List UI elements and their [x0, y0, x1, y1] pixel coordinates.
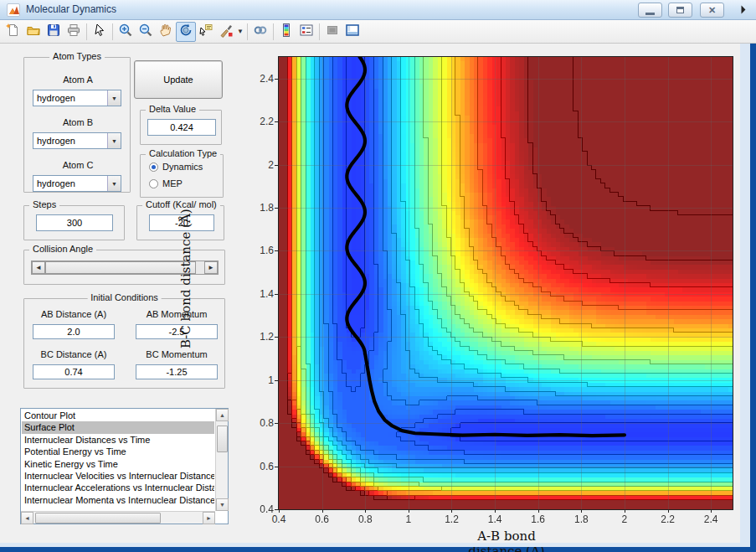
listbox-vscrollbar[interactable]: ▲ ▼ [215, 409, 228, 511]
plot-type-item[interactable]: Kinetic Energy vs Time [22, 458, 214, 470]
window-title: Molecular Dynamics [26, 3, 116, 15]
collision-angle-title: Collision Angle [29, 244, 96, 254]
dynamics-radio[interactable]: Dynamics [149, 162, 203, 172]
close-button[interactable]: ✕ [700, 3, 724, 18]
show-plot-tools-button[interactable] [342, 22, 363, 42]
scroll-left-icon[interactable]: ◄ [21, 512, 33, 524]
plot-type-item[interactable]: Internuclear Distances vs Time [22, 434, 214, 446]
plot-type-item[interactable]: Potential Energy vs Time [22, 446, 214, 457]
app-window: Molecular Dynamics ✕ ▼ Atom Types Atom A… [0, 0, 756, 552]
ab-distance-field[interactable]: 2.0 [33, 324, 115, 339]
x-tick-mark [581, 509, 582, 513]
x-tick-label: 1 [394, 513, 423, 525]
plot-type-item[interactable]: Contour Plot [22, 410, 214, 421]
window-border-right [740, 44, 750, 547]
y-tick-label: 1.8 [250, 202, 274, 214]
x-tick-label: 1.4 [481, 513, 509, 525]
plot-type-item[interactable]: Surface Plot [22, 421, 214, 433]
x-tick-mark [409, 509, 409, 513]
atom-a-label: Atom A [24, 75, 131, 85]
slider-right-arrow-icon[interactable]: ► [204, 261, 218, 274]
ab-momentum-label: AB Momentum [134, 309, 219, 319]
data-cursor-button[interactable] [196, 22, 216, 42]
plot-type-item[interactable]: Internuclear Accelerations vs Internucle… [22, 482, 214, 493]
scroll-up-icon[interactable]: ▲ [216, 409, 229, 421]
pan-hand-button[interactable] [156, 22, 176, 42]
hide-plot-tools-button [322, 22, 342, 42]
mep-radio[interactable]: MEP [149, 178, 183, 188]
y-tick-mark [275, 79, 278, 80]
x-tick-label: 0.4 [265, 513, 293, 525]
atom-b-label: Atom B [24, 117, 131, 127]
mep-radio-label: MEP [162, 178, 183, 188]
cutoff-title: Cutoff (Kcal/ mol) [142, 199, 220, 209]
bc-distance-field[interactable]: 0.74 [33, 364, 115, 379]
atom-c-label: Atom C [24, 160, 131, 170]
x-tick-mark [365, 509, 366, 513]
brush-button[interactable] [216, 22, 236, 42]
restore-button[interactable] [668, 3, 692, 18]
scroll-right-icon[interactable]: ► [203, 512, 215, 524]
x-tick-label: 2.2 [654, 513, 682, 525]
x-tick-mark [279, 509, 280, 513]
link-plot-button[interactable] [250, 22, 270, 42]
vscroll-thumb[interactable] [217, 426, 228, 452]
atom-b-dropdown[interactable]: hydrogen ▼ [33, 132, 121, 149]
open-folder-icon [26, 23, 41, 41]
open-folder-button[interactable] [23, 22, 44, 42]
rotate-3d-button[interactable] [176, 22, 196, 42]
figure-client-area: Atom Types Atom A hydrogen ▼ Atom B hydr… [0, 44, 740, 544]
bc-momentum-field[interactable]: -1.25 [136, 364, 218, 379]
radio-unselected-icon [149, 179, 158, 188]
hscroll-thumb[interactable] [35, 513, 161, 524]
x-tick-label: 1.8 [567, 513, 595, 525]
y-tick-label: 1.6 [250, 245, 274, 256]
save-button[interactable] [44, 22, 64, 42]
x-tick-mark [495, 509, 496, 513]
new-file-button[interactable] [3, 22, 23, 42]
slider-left-arrow-icon[interactable]: ◄ [32, 261, 45, 274]
brush-dropdown-caret-icon[interactable]: ▼ [236, 22, 244, 42]
delta-value-field[interactable]: 0.424 [147, 119, 216, 136]
ab-momentum-field[interactable]: -2.5 [136, 324, 218, 339]
listbox-hscrollbar[interactable]: ◄ ► [21, 511, 215, 524]
zoom-out-icon [138, 23, 153, 41]
insert-colorbar-button[interactable] [276, 22, 296, 42]
plot-type-item[interactable]: Internuclear Velocities vs Internuclear … [22, 470, 214, 482]
bc-distance-label: BC Distance (A) [31, 349, 116, 359]
zoom-out-button[interactable] [136, 22, 156, 42]
slider-thumb[interactable] [45, 261, 196, 274]
y-tick-mark [275, 208, 278, 209]
atom-b-value: hydrogen [33, 136, 107, 146]
zoom-in-button[interactable] [116, 22, 136, 42]
insert-legend-button[interactable] [296, 22, 316, 42]
scroll-down-icon[interactable]: ▼ [216, 498, 229, 511]
atom-a-dropdown[interactable]: hydrogen ▼ [33, 90, 121, 106]
edit-arrow-icon [92, 23, 107, 41]
plot-type-item[interactable]: Internuclear Momenta vs Internuclear Dis… [22, 494, 214, 506]
restore-icon [676, 7, 684, 13]
x-tick-label: 0.8 [351, 513, 379, 525]
plot-type-items: Contour PlotSurface PlotInternuclear Dis… [22, 410, 214, 510]
edit-arrow-button[interactable] [90, 22, 110, 42]
update-button[interactable]: Update [134, 60, 223, 99]
minimize-button[interactable] [638, 3, 662, 18]
print-button[interactable] [64, 22, 84, 42]
steps-field[interactable]: 300 [36, 214, 113, 231]
print-icon [66, 23, 81, 41]
steps-panel: Steps 300 [23, 205, 125, 240]
contour-plot-canvas[interactable] [278, 56, 733, 510]
plot-type-listbox[interactable]: Contour PlotSurface PlotInternuclear Dis… [20, 408, 229, 524]
brush-icon [219, 23, 234, 41]
y-tick-mark [275, 250, 278, 251]
atom-c-dropdown[interactable]: hydrogen ▼ [33, 175, 121, 192]
x-tick-mark [668, 509, 669, 513]
y-tick-label: 1 [250, 374, 274, 386]
pan-hand-icon [158, 23, 173, 41]
chevron-down-icon[interactable]: ▼ [107, 176, 121, 191]
atom-types-title: Atom Types [49, 51, 105, 61]
chevron-down-icon[interactable]: ▼ [107, 133, 121, 148]
toolbar-separator [112, 23, 113, 40]
chevron-down-icon[interactable]: ▼ [107, 90, 121, 106]
atom-a-value: hydrogen [33, 93, 107, 103]
